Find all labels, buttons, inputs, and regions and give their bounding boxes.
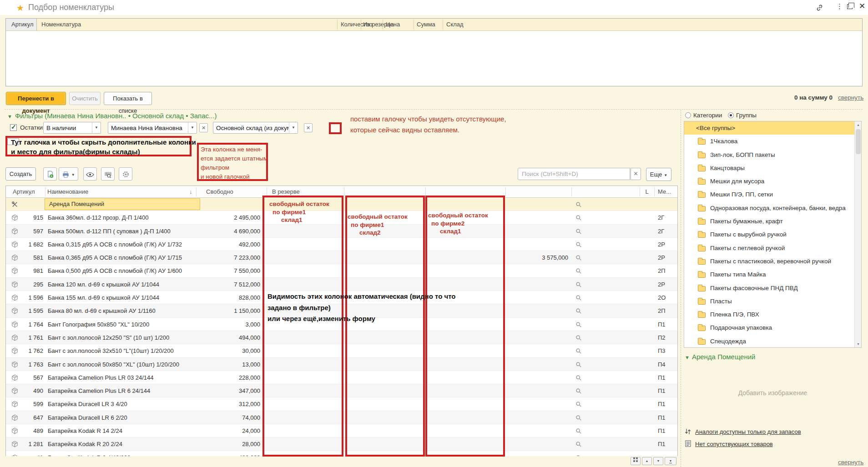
magnifier-icon[interactable] xyxy=(575,291,584,304)
categories-radio[interactable] xyxy=(685,112,691,118)
search-field[interactable] xyxy=(518,168,630,180)
group-item[interactable]: Подарочная упаковка xyxy=(684,321,861,334)
col-article[interactable]: Артикул xyxy=(6,19,37,30)
restore-window-icon[interactable] xyxy=(847,4,853,9)
more-button[interactable]: Еще▼ xyxy=(646,168,671,181)
magnifier-icon[interactable] xyxy=(575,304,584,317)
magnifier-icon[interactable] xyxy=(575,358,584,371)
barcode-scan-icon[interactable] xyxy=(101,167,115,181)
related-products-link[interactable]: Нет сопутствующих товаров xyxy=(695,441,773,447)
magnifier-icon[interactable] xyxy=(575,411,584,424)
group-item[interactable]: Пленка П/Э, ПВХ xyxy=(684,308,861,321)
magnifier-icon[interactable] xyxy=(575,238,584,251)
reserve-cell xyxy=(505,437,568,451)
magnifier-icon[interactable] xyxy=(575,331,584,344)
scroll-end-button[interactable]: ▼ xyxy=(665,457,676,465)
person-filter-value[interactable] xyxy=(111,122,187,133)
scroll-down-icon[interactable]: ▼ xyxy=(855,341,862,347)
magnifier-icon[interactable] xyxy=(575,264,584,277)
clear-warehouse-filter-button[interactable]: ✕ xyxy=(304,123,313,132)
menu-kebab-icon[interactable]: ⋮ xyxy=(836,2,843,10)
scrollbar[interactable]: ▲ ▼ xyxy=(854,121,861,347)
warehouse-filter-select[interactable]: ▼ xyxy=(213,122,298,134)
add-image-placeholder[interactable]: Добавить изображение xyxy=(684,389,862,397)
col-nomenclature[interactable]: Номенклатура xyxy=(41,19,81,30)
scroll-up-button[interactable]: ▲ xyxy=(642,457,652,465)
chevron-down-icon[interactable]: ▼ xyxy=(188,122,197,133)
favorite-star-icon[interactable]: ★ xyxy=(16,3,24,13)
create-button[interactable]: Создать xyxy=(5,167,36,181)
document-items-table[interactable]: Артикул Номенклатура Количество Из резер… xyxy=(5,18,863,86)
print-button[interactable]: ▼ xyxy=(59,167,78,181)
link-icon[interactable] xyxy=(815,4,824,12)
transfer-to-document-button[interactable]: Перенести в документ xyxy=(6,92,66,105)
group-item[interactable]: Пакеты с вырубной ручкой xyxy=(684,228,861,241)
group-item[interactable]: Пласты xyxy=(684,295,861,308)
scrollbar-thumb[interactable] xyxy=(856,129,861,154)
magnifier-icon[interactable] xyxy=(575,397,584,411)
col-name[interactable]: Наименование xyxy=(47,186,88,197)
collapse-panel-link[interactable]: свернуть xyxy=(838,459,863,466)
availability-value[interactable] xyxy=(46,122,91,133)
scroll-up-icon[interactable]: ▲ xyxy=(855,121,862,128)
gear-icon[interactable] xyxy=(119,167,132,181)
col-article[interactable]: Артикул xyxy=(13,186,35,197)
col-me[interactable]: Ме... xyxy=(658,186,671,197)
magnifier-icon[interactable] xyxy=(575,384,584,397)
group-item[interactable]: 1Чкалова xyxy=(684,135,861,148)
col-l[interactable]: L xyxy=(640,186,654,197)
new-document-icon[interactable] xyxy=(43,167,57,181)
list-view-button[interactable] xyxy=(631,457,641,465)
magnifier-icon[interactable] xyxy=(575,318,584,331)
sort-descending-icon[interactable]: ↓ xyxy=(189,186,192,197)
magnifier-icon[interactable] xyxy=(575,251,584,264)
warehouse-filter-value[interactable] xyxy=(216,122,288,133)
chevron-down-icon[interactable]: ▼ xyxy=(92,122,101,133)
group-item[interactable]: Мешки П/Э, ПП, сетки xyxy=(684,188,861,201)
col-free[interactable]: Свободно xyxy=(206,186,233,197)
magnifier-icon[interactable] xyxy=(575,437,584,451)
magnifier-icon[interactable] xyxy=(575,198,584,211)
col-warehouse[interactable]: Склад xyxy=(446,19,464,30)
magnifier-icon[interactable] xyxy=(575,424,584,437)
close-icon[interactable]: ✕ xyxy=(859,1,865,11)
group-item[interactable]: Пакеты бумажные, крафт xyxy=(684,215,861,228)
groups-tree[interactable]: <Все группы>1ЧкаловаЗип-лок, БОПП пакеты… xyxy=(684,121,862,348)
search-clear-icon[interactable]: ✕ xyxy=(631,168,641,180)
clear-person-filter-button[interactable]: ✕ xyxy=(199,123,208,132)
clear-button[interactable]: Очистить xyxy=(69,92,101,105)
magnifier-icon[interactable] xyxy=(575,344,584,357)
group-item[interactable]: Пакеты фасовочные ПНД ПВД xyxy=(684,281,861,295)
group-item[interactable]: Одноразовая посуда, контейнера, банки, в… xyxy=(684,201,861,215)
magnifier-icon[interactable] xyxy=(575,278,584,291)
availability-select[interactable]: ▼ xyxy=(43,122,101,134)
chevron-down-icon[interactable]: ▼ xyxy=(289,122,298,133)
product-panel-header[interactable]: ▼Аренда Помещений xyxy=(685,353,755,361)
selected-name-cell[interactable]: Аренда Помещений xyxy=(45,198,200,210)
person-filter-select[interactable]: ▼ xyxy=(108,122,197,134)
group-item[interactable]: Зип-лок, БОПП пакеты xyxy=(684,148,861,161)
group-item[interactable]: Пакеты с петлевой ручкой xyxy=(684,241,861,255)
view-eye-icon[interactable] xyxy=(83,167,97,181)
col-price[interactable]: Цена xyxy=(386,19,400,30)
magnifier-icon[interactable] xyxy=(575,371,584,384)
remains-checkbox[interactable] xyxy=(10,124,17,131)
col-sum[interactable]: Сумма xyxy=(417,19,435,30)
show-in-list-button[interactable]: Показать в списке xyxy=(104,92,152,105)
group-item-all-groups[interactable]: <Все группы> xyxy=(684,121,861,135)
group-item[interactable]: Канцтовары xyxy=(684,161,861,175)
scroll-down-button[interactable]: ▼ xyxy=(653,457,663,465)
groups-radio[interactable] xyxy=(728,112,734,118)
filters-header[interactable]: ▼Фильтры (Минаева Нина Ивановн.. • Основ… xyxy=(7,112,217,120)
collapse-link[interactable]: свернуть xyxy=(838,94,863,101)
magnifier-icon[interactable] xyxy=(575,211,584,224)
group-item[interactable]: Пакеты с пластиковой, веревочной ручкой xyxy=(684,255,861,268)
group-item[interactable]: Мешки для мусора xyxy=(684,175,861,188)
group-item[interactable]: Пакеты типа Майка xyxy=(684,268,861,281)
magnifier-icon[interactable] xyxy=(575,225,584,238)
search-input[interactable] xyxy=(518,168,630,180)
group-label: Пакеты бумажные, крафт xyxy=(710,218,783,225)
group-item[interactable]: Спецодежда xyxy=(684,335,861,348)
analogs-link[interactable]: Аналоги доступны только для запасов xyxy=(695,428,801,435)
magnifier-icon[interactable] xyxy=(575,451,584,456)
